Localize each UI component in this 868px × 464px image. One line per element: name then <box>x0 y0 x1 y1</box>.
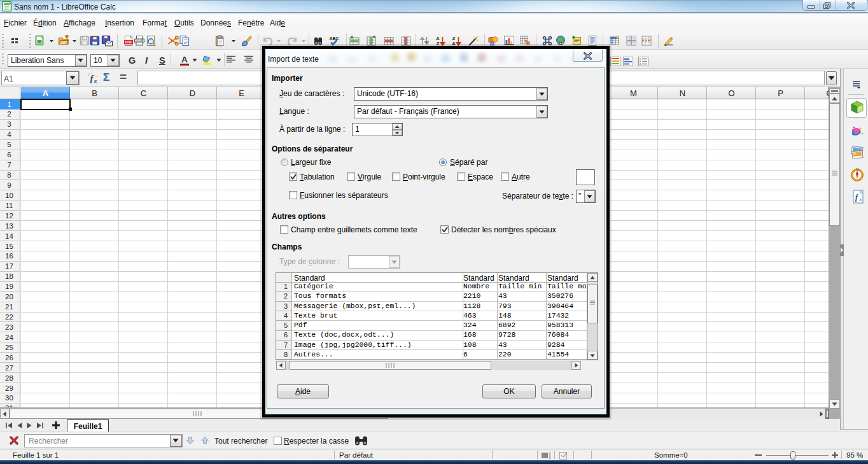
svg-text:PDF: PDF <box>125 40 133 44</box>
svg-text:x: x <box>859 197 862 202</box>
svg-text:x: x <box>94 78 97 84</box>
svg-text:ABC: ABC <box>329 36 339 41</box>
svg-text:N: N <box>856 168 858 171</box>
